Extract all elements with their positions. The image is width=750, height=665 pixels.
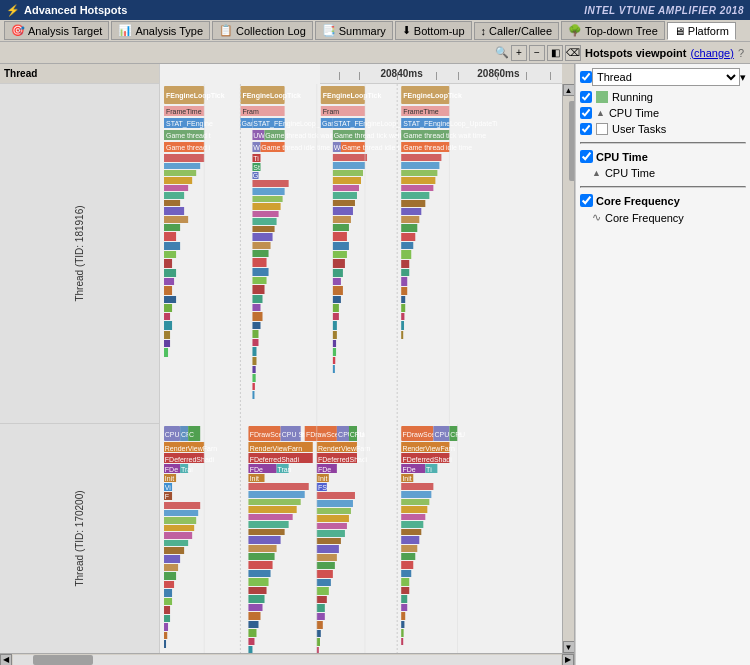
svg-rect-11: [164, 154, 204, 162]
svg-rect-27: [164, 286, 172, 295]
search-clear-button[interactable]: ⌫: [565, 45, 581, 61]
running-filter-row: Running: [580, 90, 746, 104]
svg-rect-192: [164, 581, 174, 588]
scroll-thumb[interactable]: [569, 101, 575, 181]
divider-2: [580, 186, 746, 188]
svg-rect-137: [401, 185, 433, 191]
analysis-target-icon: 🎯: [11, 24, 25, 37]
svg-rect-256: [317, 530, 345, 537]
svg-rect-184: [164, 517, 196, 524]
svg-rect-238: [248, 545, 276, 552]
svg-text:Init: Init: [318, 475, 327, 482]
svg-rect-98: [333, 162, 365, 169]
thread-1-tracks: FEngineLoopTick FrameTime STAT_FEngine G…: [160, 84, 562, 424]
scroll-right-button[interactable]: ▶: [562, 654, 574, 666]
svg-rect-30: [164, 313, 170, 320]
tab-summary[interactable]: 📑 Summary: [315, 21, 393, 40]
thread-filter-checkbox[interactable]: [580, 71, 592, 83]
cpu-time-checkbox[interactable]: [580, 107, 592, 119]
search-add-button[interactable]: +: [511, 45, 527, 61]
tab-platform[interactable]: 🖥 Platform: [667, 22, 736, 40]
svg-rect-246: [248, 612, 260, 620]
running-color-indicator: [596, 91, 608, 103]
svg-rect-197: [164, 623, 168, 631]
svg-rect-248: [248, 629, 256, 637]
svg-rect-183: [164, 510, 198, 516]
tab-caller-callee[interactable]: ↕ Caller/Callee: [474, 22, 559, 40]
svg-rect-21: [164, 232, 176, 241]
tab-analysis-type[interactable]: 📊 Analysis Type: [111, 21, 210, 40]
svg-rect-195: [164, 606, 170, 614]
timeline-area: Thread 20840ms 20860ms: [0, 64, 575, 665]
svg-rect-284: [401, 491, 431, 498]
scroll-up-button[interactable]: ▲: [563, 84, 575, 96]
svg-text:G: G: [253, 172, 258, 179]
svg-rect-232: [248, 499, 300, 505]
time-header-row: Thread 20840ms 20860ms: [0, 64, 574, 84]
tab-collection-log[interactable]: 📋 Collection Log: [212, 21, 313, 40]
help-icon[interactable]: ?: [738, 47, 744, 59]
svg-rect-299: [401, 612, 405, 620]
svg-rect-234: [248, 514, 292, 520]
svg-rect-79: [252, 366, 255, 373]
user-tasks-filter-row: User Tasks: [580, 122, 746, 136]
svg-text:FDe: FDe: [165, 466, 178, 473]
scroll-left-button[interactable]: ◀: [0, 654, 12, 666]
svg-rect-265: [317, 604, 325, 612]
svg-rect-149: [401, 287, 407, 295]
svg-rect-72: [252, 304, 260, 311]
svg-rect-300: [401, 621, 404, 628]
cpu-time-section-checkbox[interactable]: [580, 150, 593, 163]
svg-rect-293: [401, 561, 413, 569]
time-label-1: 20840ms: [381, 68, 423, 79]
svg-rect-254: [317, 515, 349, 522]
app-logo: ⚡: [6, 4, 20, 17]
tab-analysis-target[interactable]: 🎯 Analysis Target: [4, 21, 109, 40]
svg-text:Init: Init: [165, 475, 174, 482]
svg-rect-239: [248, 553, 274, 560]
svg-rect-152: [401, 313, 404, 320]
scroll-down-button[interactable]: ▼: [563, 641, 575, 653]
thread-dropdown[interactable]: Thread: [592, 68, 740, 86]
search-sub-button[interactable]: −: [529, 45, 545, 61]
core-freq-section-checkbox[interactable]: [580, 194, 593, 207]
app-title: Advanced Hotspots: [24, 4, 127, 16]
svg-rect-71: [252, 295, 262, 303]
vertical-scrollbar[interactable]: ▲ ▼: [562, 84, 574, 653]
svg-rect-261: [317, 570, 333, 578]
svg-rect-69: [252, 277, 266, 284]
svg-rect-76: [252, 339, 258, 346]
svg-rect-146: [401, 260, 409, 268]
tab-top-down-tree[interactable]: 🌳 Top-down Tree: [561, 21, 665, 40]
svg-rect-186: [164, 532, 192, 539]
svg-rect-191: [164, 572, 176, 580]
horizontal-scrollbar[interactable]: ◀ ▶: [0, 653, 574, 665]
svg-text:FDe: FDe: [402, 466, 415, 473]
svg-rect-182: [164, 502, 200, 509]
search-select-button[interactable]: ◧: [547, 45, 563, 61]
running-checkbox[interactable]: [580, 91, 592, 103]
svg-rect-67: [252, 258, 266, 267]
svg-rect-103: [333, 200, 355, 206]
timeline-content: Thread (TID: 181916) Thread (TID: 170200…: [0, 84, 574, 653]
svg-rect-16: [164, 192, 184, 199]
change-link[interactable]: (change): [690, 47, 733, 59]
svg-rect-143: [401, 233, 415, 241]
tab-bottom-up[interactable]: ⬇ Bottom-up: [395, 21, 472, 40]
mountain-icon: ▲: [596, 108, 605, 118]
svg-rect-17: [164, 200, 180, 206]
svg-rect-253: [317, 508, 351, 514]
svg-rect-70: [252, 285, 264, 294]
svg-rect-111: [333, 269, 343, 277]
svg-rect-233: [248, 506, 296, 513]
svg-rect-112: [333, 278, 341, 285]
thread-2-tracks: CPU Sta CP C RenderViewFarn FDeferredSha…: [160, 424, 562, 653]
svg-rect-240: [248, 561, 272, 569]
thread-header-label: Thread: [4, 68, 37, 79]
user-tasks-checkbox[interactable]: [580, 123, 592, 135]
app-title-area: ⚡ Advanced Hotspots: [6, 4, 127, 17]
scroll-thumb-h[interactable]: [33, 655, 93, 665]
top-bar: ⚡ Advanced Hotspots INTEL VTUNE AMPLIFIE…: [0, 0, 750, 20]
time-header: 20840ms 20860ms: [320, 64, 562, 84]
svg-rect-14: [164, 177, 192, 184]
